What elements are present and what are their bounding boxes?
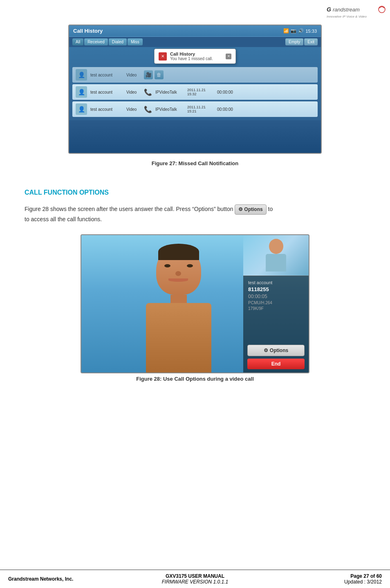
row-1-video-btn[interactable]: 🎥 <box>144 70 153 79</box>
boy-hair <box>158 244 199 260</box>
camera-icon: 📷 <box>291 28 296 34</box>
popup-overlay: ✕ Call History You have 1 missed call. ✕ <box>72 49 318 64</box>
row-2-name: test account <box>90 90 123 94</box>
body-text-to: to <box>268 206 273 212</box>
boy-eye-left <box>164 264 170 267</box>
options-call-label: Options <box>270 348 288 353</box>
speaker-icon: 🔊 <box>298 28 304 34</box>
call-history-ui: Call History 📶 📷 🔊 15:33 All Received Di… <box>69 25 321 153</box>
figure-27-container: Call History 📶 📷 🔊 15:33 All Received Di… <box>25 25 365 177</box>
svg-text:randstream: randstream <box>333 7 360 13</box>
call-row-1: 👤 test account Video 🎥 🗑 <box>72 67 318 83</box>
boy-nose <box>175 271 181 276</box>
row-3-date: 2011.11.21 15:21 <box>187 105 214 113</box>
tab-missed[interactable]: Miss <box>128 38 143 45</box>
footer-page-number: Page 27 of 60 <box>257 573 382 579</box>
video-right-panel: test account 8118255 00:00:05 PCMU/H.264… <box>243 235 309 373</box>
boy-neck <box>170 295 187 303</box>
tab-exit[interactable]: Exit <box>304 38 318 45</box>
boy-head <box>156 246 201 295</box>
page-footer: Grandstream Networks, Inc. GXV3175 USER … <box>0 570 390 588</box>
figure-27-caption: Figure 27: Missed Call Notification <box>152 160 238 166</box>
options-button-inline[interactable]: ⚙ Options <box>235 204 266 215</box>
svg-point-3 <box>379 6 385 13</box>
ch-tabs-row: All Received Dialed Miss Empty Exit <box>69 37 321 47</box>
tab-received[interactable]: Received <box>84 38 108 45</box>
options-call-button[interactable]: ⚙ Options <box>247 345 305 356</box>
figure-28-container: test account 8118255 00:00:05 PCMU/H.264… <box>25 234 365 392</box>
popup-message: You have 1 missed call. <box>170 56 222 61</box>
row-2-callicon: 📞 <box>144 88 152 96</box>
footer-right: Page 27 of 60 Updated : 3/2012 <box>257 573 382 585</box>
ch-title-text: Call History <box>73 28 103 34</box>
small-child-head <box>269 239 283 254</box>
boy-body <box>146 303 211 373</box>
footer-updated: Updated : 3/2012 <box>257 579 382 585</box>
row-1-delete-btn[interactable]: 🗑 <box>155 70 164 79</box>
body-text-start: Figure 28 shows the screen after the use… <box>25 206 233 212</box>
call-info-codec: PCMU/H.264 <box>248 301 304 305</box>
tab-empty[interactable]: Empty <box>285 38 303 45</box>
footer-manual-title: GXV3175 USER MANUAL <box>133 573 258 579</box>
row-3-number: IPVideoTalk <box>155 107 184 112</box>
video-main-area: test account 8118255 00:00:05 PCMU/H.264… <box>81 235 309 373</box>
footer-center: GXV3175 USER MANUAL FIRMWARE VERSION 1.0… <box>133 573 258 585</box>
logo-area: G randstream Innovative IP Voice & Video <box>325 3 386 25</box>
tab-all[interactable]: All <box>72 38 83 45</box>
row-1-name: test account <box>90 73 123 77</box>
row-3-callicon: 📞 <box>144 105 152 113</box>
call-history-popup: ✕ Call History You have 1 missed call. ✕ <box>154 49 236 64</box>
ch-status-icons: 📶 📷 🔊 15:33 <box>283 28 317 34</box>
options-call-icon: ⚙ <box>264 348 268 353</box>
row-2-number: IPVideoTalk <box>155 90 184 94</box>
row-2-duration: 00:00:00 <box>217 90 314 94</box>
clock-display: 15:33 <box>305 29 317 34</box>
popup-close-button[interactable]: ✕ <box>226 54 231 59</box>
row-3-duration: 00:00:00 <box>217 107 314 112</box>
boy-mouth <box>168 278 188 282</box>
row-1-actions: 🎥 🗑 <box>144 70 164 79</box>
figure-28-screenshot: test account 8118255 00:00:05 PCMU/H.264… <box>81 234 309 373</box>
row-2-date: 2011.11.21 15:32 <box>187 88 214 96</box>
call-info-number: 8118255 <box>248 286 304 292</box>
footer-company: Grandstream Networks, Inc. <box>8 576 133 582</box>
popup-title: Call History <box>170 52 222 56</box>
small-child-body <box>266 254 286 272</box>
call-buttons-area: ⚙ Options End <box>243 341 309 373</box>
footer-firmware: FIRMWARE VERSION 1.0.1.1 <box>133 579 258 585</box>
call-row-2: 👤 test account Video 📞 IPVideoTalk 2011.… <box>72 84 318 100</box>
call-function-options-heading: CALL FUNCTION OPTIONS <box>25 189 365 196</box>
main-video-person <box>114 235 243 373</box>
row-3-type: Video <box>126 107 141 112</box>
main-content: Call History 📶 📷 🔊 15:33 All Received Di… <box>0 0 390 413</box>
avatar-1: 👤 <box>76 69 87 81</box>
ch-rows-container: 👤 test account Video 🎥 🗑 👤 test account … <box>69 65 321 120</box>
boy-eye-right <box>187 264 193 267</box>
call-info-bitrate: 179K/9F <box>248 306 304 311</box>
row-2-type: Video <box>126 90 141 94</box>
ch-bottom-area <box>69 120 321 153</box>
ch-header: Call History 📶 📷 🔊 15:33 <box>69 25 321 37</box>
row-3-name: test account <box>90 107 123 112</box>
figure-27-screenshot: Call History 📶 📷 🔊 15:33 All Received Di… <box>68 25 322 154</box>
options-btn-label: Options <box>244 206 262 213</box>
avatar-3: 👤 <box>76 103 87 115</box>
call-info-name: test account <box>248 280 304 285</box>
tab-dialed[interactable]: Dialed <box>109 38 127 45</box>
body-text-end: to access all the call functions. <box>25 216 102 222</box>
svg-text:G: G <box>327 6 331 13</box>
body-paragraph: Figure 28 shows the screen after the use… <box>25 204 365 224</box>
end-call-button[interactable]: End <box>247 359 305 369</box>
popup-content: Call History You have 1 missed call. <box>170 52 222 61</box>
options-btn-icon: ⚙ <box>238 206 243 213</box>
avatar-2: 👤 <box>76 86 87 98</box>
signal-icon: 📶 <box>283 28 289 34</box>
popup-icon: ✕ <box>159 52 167 61</box>
row-1-type: Video <box>126 73 141 77</box>
call-row-3: 👤 test account Video 📞 IPVideoTalk 2011.… <box>72 101 318 117</box>
figure-28-caption: Figure 28: Use Call Options during a vid… <box>136 376 254 382</box>
svg-text:Innovative IP Voice & Video: Innovative IP Voice & Video <box>327 15 367 18</box>
call-info-panel: test account 8118255 00:00:05 PCMU/H.264… <box>243 276 309 341</box>
call-info-timer: 00:00:05 <box>248 294 304 299</box>
small-video-thumbnail <box>243 235 309 276</box>
